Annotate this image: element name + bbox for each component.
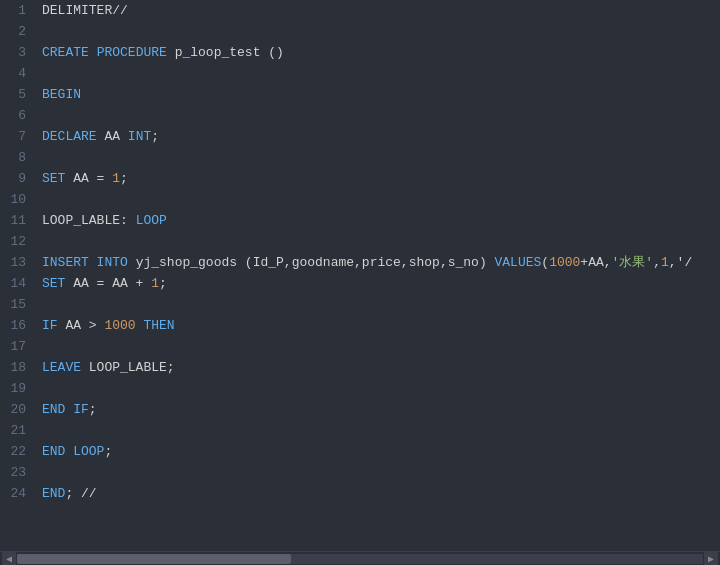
line-number: 2 bbox=[0, 21, 38, 42]
scroll-left-arrow[interactable]: ◀ bbox=[2, 552, 16, 566]
line-content: LOOP_LABLE: LOOP bbox=[38, 210, 720, 231]
line-content bbox=[38, 21, 720, 42]
line-number: 24 bbox=[0, 483, 38, 504]
line-number: 17 bbox=[0, 336, 38, 357]
code-line: 11LOOP_LABLE: LOOP bbox=[0, 210, 720, 231]
scrollbar-track[interactable] bbox=[17, 554, 703, 564]
code-line: 10 bbox=[0, 189, 720, 210]
line-content bbox=[38, 189, 720, 210]
code-line: 9SET AA = 1; bbox=[0, 168, 720, 189]
line-number: 5 bbox=[0, 84, 38, 105]
code-line: 19 bbox=[0, 378, 720, 399]
line-content bbox=[38, 105, 720, 126]
code-area: 1DELIMITER//2 3CREATE PROCEDURE p_loop_t… bbox=[0, 0, 720, 551]
code-line: 6 bbox=[0, 105, 720, 126]
line-content: END LOOP; bbox=[38, 441, 720, 462]
line-number: 7 bbox=[0, 126, 38, 147]
scroll-right-arrow[interactable]: ▶ bbox=[704, 552, 718, 566]
line-content: END IF; bbox=[38, 399, 720, 420]
line-content: INSERT INTO yj_shop_goods (Id_P,goodname… bbox=[38, 252, 720, 273]
line-content: BEGIN bbox=[38, 84, 720, 105]
code-line: 12 bbox=[0, 231, 720, 252]
code-line: 18LEAVE LOOP_LABLE; bbox=[0, 357, 720, 378]
line-number: 11 bbox=[0, 210, 38, 231]
code-line: 8 bbox=[0, 147, 720, 168]
line-number: 20 bbox=[0, 399, 38, 420]
line-number: 8 bbox=[0, 147, 38, 168]
code-line: 24END; // bbox=[0, 483, 720, 504]
line-content bbox=[38, 336, 720, 357]
line-number: 23 bbox=[0, 462, 38, 483]
code-line: 5BEGIN bbox=[0, 84, 720, 105]
line-number: 3 bbox=[0, 42, 38, 63]
line-number: 9 bbox=[0, 168, 38, 189]
code-line: 23 bbox=[0, 462, 720, 483]
code-line: 22END LOOP; bbox=[0, 441, 720, 462]
line-content: IF AA > 1000 THEN bbox=[38, 315, 720, 336]
code-line: 20END IF; bbox=[0, 399, 720, 420]
line-content: CREATE PROCEDURE p_loop_test () bbox=[38, 42, 720, 63]
line-content bbox=[38, 147, 720, 168]
line-number: 15 bbox=[0, 294, 38, 315]
code-line: 14SET AA = AA + 1; bbox=[0, 273, 720, 294]
scrollbar-thumb[interactable] bbox=[17, 554, 291, 564]
line-number: 14 bbox=[0, 273, 38, 294]
line-content: DECLARE AA INT; bbox=[38, 126, 720, 147]
line-number: 10 bbox=[0, 189, 38, 210]
line-number: 19 bbox=[0, 378, 38, 399]
line-content: DELIMITER// bbox=[38, 0, 720, 21]
code-line: 17 bbox=[0, 336, 720, 357]
line-content: SET AA = AA + 1; bbox=[38, 273, 720, 294]
code-line: 1DELIMITER// bbox=[0, 0, 720, 21]
line-number: 4 bbox=[0, 63, 38, 84]
line-number: 16 bbox=[0, 315, 38, 336]
code-line: 15 bbox=[0, 294, 720, 315]
line-number: 22 bbox=[0, 441, 38, 462]
line-number: 21 bbox=[0, 420, 38, 441]
code-line: 13INSERT INTO yj_shop_goods (Id_P,goodna… bbox=[0, 252, 720, 273]
code-line: 2 bbox=[0, 21, 720, 42]
code-line: 3CREATE PROCEDURE p_loop_test () bbox=[0, 42, 720, 63]
code-line: 4 bbox=[0, 63, 720, 84]
line-number: 1 bbox=[0, 0, 38, 21]
line-content bbox=[38, 378, 720, 399]
line-content: LEAVE LOOP_LABLE; bbox=[38, 357, 720, 378]
line-number: 13 bbox=[0, 252, 38, 273]
code-line: 16IF AA > 1000 THEN bbox=[0, 315, 720, 336]
line-content bbox=[38, 63, 720, 84]
editor-container: 1DELIMITER//2 3CREATE PROCEDURE p_loop_t… bbox=[0, 0, 720, 565]
line-content: END; // bbox=[38, 483, 720, 504]
line-content: SET AA = 1; bbox=[38, 168, 720, 189]
line-number: 18 bbox=[0, 357, 38, 378]
line-content bbox=[38, 420, 720, 441]
line-content bbox=[38, 462, 720, 483]
line-content bbox=[38, 231, 720, 252]
horizontal-scrollbar[interactable]: ◀ ▶ bbox=[0, 551, 720, 565]
code-line: 7DECLARE AA INT; bbox=[0, 126, 720, 147]
line-number: 12 bbox=[0, 231, 38, 252]
code-lines: 1DELIMITER//2 3CREATE PROCEDURE p_loop_t… bbox=[0, 0, 720, 551]
code-line: 21 bbox=[0, 420, 720, 441]
line-content bbox=[38, 294, 720, 315]
line-number: 6 bbox=[0, 105, 38, 126]
